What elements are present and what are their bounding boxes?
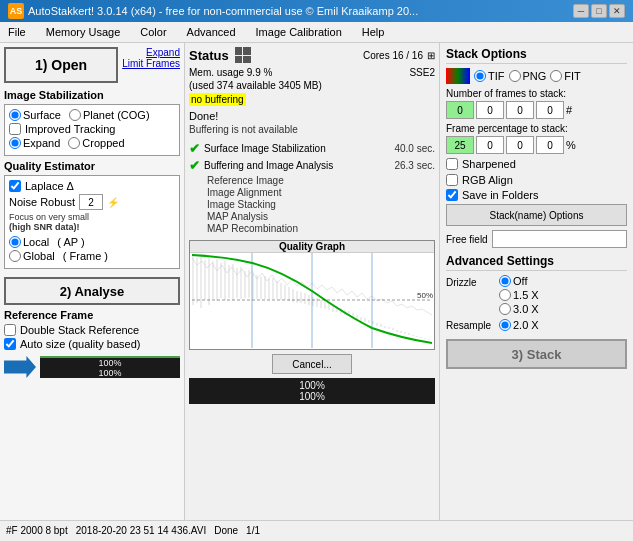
planet-radio[interactable] [69, 109, 81, 121]
laplace-row: Laplace Δ [9, 180, 175, 192]
frames-input-3[interactable] [536, 101, 564, 119]
menu-color[interactable]: Color [136, 24, 170, 40]
progress-bar-container: 100% 100% [40, 356, 180, 378]
tif-radio[interactable] [474, 70, 486, 82]
menu-advanced[interactable]: Advanced [183, 24, 240, 40]
fit-radio[interactable] [550, 70, 562, 82]
tif-radio-label[interactable]: TIF [474, 70, 505, 82]
svg-text:50%: 50% [417, 291, 433, 300]
cropped-radio-label[interactable]: Cropped [68, 137, 124, 149]
drizzle-off-label[interactable]: Off [499, 275, 539, 287]
global-radio[interactable] [9, 250, 21, 262]
noise-robust-input[interactable] [79, 194, 103, 210]
expand-radio-label[interactable]: Expand [9, 137, 60, 149]
double-stack-checkbox[interactable] [4, 324, 16, 336]
auto-size-row[interactable]: Auto size (quality based) [4, 338, 180, 350]
local-radio-label[interactable]: Local [9, 236, 49, 248]
drizzle-off-radio[interactable] [499, 275, 511, 287]
svg-rect-4 [196, 258, 198, 303]
drizzle-30-label[interactable]: 3.0 X [499, 303, 539, 315]
image-stabilization-box: Surface Planet (COG) Improved Tracking E… [4, 104, 180, 156]
drizzle-row: Drizzle Off 1.5 X 3.0 X [446, 275, 627, 315]
sharpened-label: Sharpened [462, 158, 516, 170]
noise-robust-label: Noise Robust [9, 196, 75, 208]
drizzle-15-label[interactable]: 1.5 X [499, 289, 539, 301]
cores-icon: ⊞ [427, 50, 435, 61]
planet-radio-label[interactable]: Planet (COG) [69, 109, 150, 121]
png-radio-label[interactable]: PNG [509, 70, 547, 82]
svg-rect-30 [300, 292, 302, 303]
title-bar: AS AutoStakkert! 3.0.14 (x64) - free for… [0, 0, 633, 22]
sharpened-row[interactable]: Sharpened [446, 158, 627, 170]
cropped-radio[interactable] [68, 137, 80, 149]
expand-link[interactable]: Expand [146, 47, 180, 58]
svg-rect-49 [376, 323, 378, 326]
png-radio[interactable] [509, 70, 521, 82]
improved-tracking-row[interactable]: Improved Tracking [9, 123, 175, 135]
resample-20-radio[interactable] [499, 319, 511, 331]
resample-20-label[interactable]: 2.0 X [499, 319, 539, 331]
analyse-button[interactable]: 2) Analyse [4, 277, 180, 305]
pct-input-2[interactable] [506, 136, 534, 154]
menu-help[interactable]: Help [358, 24, 389, 40]
bottom-progress-pct2: 100% [191, 391, 433, 402]
drizzle-label: Drizzle [446, 275, 491, 288]
svg-rect-31 [304, 293, 306, 304]
auto-size-checkbox[interactable] [4, 338, 16, 350]
focus-note-2: (high SNR data)! [9, 222, 80, 232]
limit-frames-link[interactable]: Limit Frames [122, 58, 180, 69]
free-field-input[interactable] [492, 230, 627, 248]
maximize-button[interactable]: □ [591, 4, 607, 18]
improved-tracking-checkbox[interactable] [9, 123, 21, 135]
quality-estimator-title: Quality Estimator [4, 160, 180, 172]
svg-rect-53 [392, 328, 394, 330]
laplace-label: Laplace Δ [25, 180, 74, 192]
drizzle-15-radio[interactable] [499, 289, 511, 301]
rgb-align-checkbox[interactable] [446, 174, 458, 186]
frames-input-1[interactable] [476, 101, 504, 119]
double-stack-row[interactable]: Double Stack Reference [4, 324, 180, 336]
pct-input-0[interactable] [446, 136, 474, 154]
global-label: Global [23, 250, 55, 262]
frames-input-2[interactable] [506, 101, 534, 119]
svg-rect-7 [208, 257, 210, 305]
left-panel: 1) Open Expand Limit Frames Image Stabil… [0, 43, 185, 520]
stack-button[interactable]: 3) Stack [446, 339, 627, 369]
surface-radio[interactable] [9, 109, 21, 121]
expand-label: Expand [23, 137, 60, 149]
menu-file[interactable]: File [4, 24, 30, 40]
global-radio-label[interactable]: Global [9, 250, 55, 262]
svg-rect-24 [276, 281, 278, 299]
svg-rect-5 [200, 256, 202, 308]
svg-rect-55 [400, 331, 402, 333]
cancel-button[interactable]: Cancel... [272, 354, 352, 374]
improved-tracking-label: Improved Tracking [25, 123, 115, 135]
stack-name-button[interactable]: Stack(name) Options [446, 204, 627, 226]
sharpened-checkbox[interactable] [446, 158, 458, 170]
svg-rect-6 [204, 260, 206, 300]
save-folders-row[interactable]: Save in Folders [446, 189, 627, 201]
menu-image-calibration[interactable]: Image Calibration [252, 24, 346, 40]
svg-rect-9 [216, 259, 218, 301]
pct-input-1[interactable] [476, 136, 504, 154]
double-stack-label: Double Stack Reference [20, 324, 139, 336]
local-radio[interactable] [9, 236, 21, 248]
save-folders-checkbox[interactable] [446, 189, 458, 201]
surface-radio-label[interactable]: Surface [9, 109, 61, 121]
laplace-checkbox[interactable] [9, 180, 21, 192]
frames-input-0[interactable] [446, 101, 474, 119]
rgb-align-row[interactable]: RGB Align [446, 174, 627, 186]
status-time-0: 40.0 sec. [394, 143, 435, 154]
drizzle-30-radio[interactable] [499, 303, 511, 315]
noise-row: Noise Robust ⚡ [9, 194, 175, 210]
status-item-2: Reference Image [207, 175, 435, 186]
pct-input-3[interactable] [536, 136, 564, 154]
minimize-button[interactable]: ─ [573, 4, 589, 18]
open-button[interactable]: 1) Open [4, 47, 118, 83]
frames-inputs: # [446, 101, 627, 119]
fit-radio-label[interactable]: FIT [550, 70, 581, 82]
close-button[interactable]: ✕ [609, 4, 625, 18]
menu-memory-usage[interactable]: Memory Usage [42, 24, 125, 40]
local-label: Local [23, 236, 49, 248]
expand-radio[interactable] [9, 137, 21, 149]
